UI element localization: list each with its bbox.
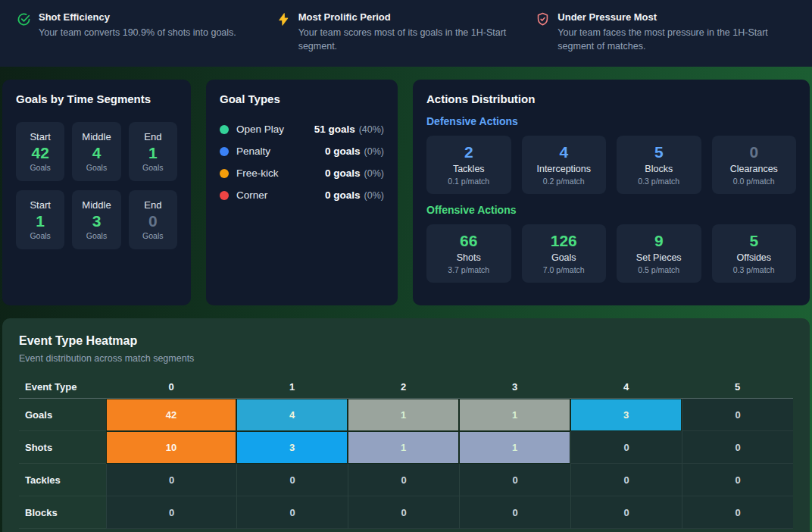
heatmap-cell: 0 [236, 496, 348, 529]
heatmap-cell: 42 [106, 399, 236, 431]
segment-caption: Goals [30, 163, 50, 172]
action-tile: 126 Goals 7.0 p/match [522, 224, 607, 283]
heatmap-column-header: 5 [682, 381, 793, 393]
action-caption: 0.0 p/match [717, 177, 792, 186]
actions-distribution-card: Actions Distribution Defensive Actions 2… [413, 80, 810, 305]
heatmap-cell: 4 [236, 399, 348, 431]
segment-tile: Middle 4 Goals [72, 122, 120, 181]
segment-label: End [144, 199, 161, 211]
heatmap-column-header: 0 [106, 381, 236, 393]
heatmap-corner-label: Event Type [19, 381, 106, 393]
action-label: Blocks [621, 164, 697, 174]
heatmap-row-label: Shots [19, 431, 106, 464]
heatmap-cell: 0 [682, 496, 793, 529]
segment-tile: Start 1 Goals [16, 190, 64, 249]
segment-tile: Start 42 Goals [16, 122, 64, 181]
insight-shot-efficiency: Shot Efficiency Your team converts 190.9… [17, 11, 276, 67]
action-value: 5 [621, 143, 697, 161]
card-title: Actions Distribution [426, 92, 796, 105]
action-value: 5 [717, 232, 792, 250]
segment-caption: Goals [30, 231, 50, 240]
insight-title: Most Prolific Period [298, 11, 523, 23]
segment-value: 0 [148, 212, 158, 230]
action-caption: 0.5 p/match [621, 265, 697, 274]
action-value: 2 [431, 143, 507, 161]
segment-tile: Middle 3 Goals [72, 190, 120, 249]
heatmap-header-row: Event Type 0 1 2 3 4 5 [19, 375, 793, 399]
action-value: 9 [621, 232, 697, 250]
heatmap-row-label: Tackles [19, 464, 106, 496]
heatmap-cell: 1 [459, 399, 570, 431]
legend-dot-icon [220, 169, 229, 178]
segment-label: Middle [82, 131, 111, 142]
action-value: 0 [717, 143, 792, 161]
goal-type-label: Open Play [236, 124, 284, 135]
heatmap-cell: 0 [682, 431, 793, 464]
heatmap-cell: 0 [459, 464, 570, 496]
segment-label: Middle [82, 199, 111, 211]
action-label: Interceptions [526, 164, 602, 174]
goal-type-value: 0 goals [325, 189, 361, 201]
insight-title: Shot Efficiency [39, 11, 236, 23]
goal-type-row: Free-kick 0 goals(0%) [220, 167, 384, 179]
defensive-actions-heading: Defensive Actions [426, 115, 796, 127]
goal-type-row: Corner 0 goals(0%) [220, 189, 384, 201]
heatmap-row-label: Blocks [19, 496, 106, 529]
circle-check-icon [17, 12, 31, 27]
heatmap-cell: 10 [106, 431, 236, 464]
heatmap-cell: 0 [348, 464, 459, 496]
action-tile: 5 Blocks 0.3 p/match [617, 136, 701, 194]
legend-dot-icon [220, 125, 229, 134]
insight-most-prolific-period: Most Prolific Period Your team scores mo… [276, 11, 536, 67]
segment-value: 4 [92, 144, 102, 161]
segment-label: Start [30, 131, 50, 142]
goal-type-value: 0 goals [325, 146, 361, 157]
offensive-actions-heading: Offensive Actions [426, 204, 796, 216]
heatmap-cell: 0 [106, 464, 236, 496]
heatmap-cell: 0 [570, 431, 682, 464]
heatmap-row-blocks: Blocks 0 0 0 0 0 0 [19, 496, 793, 529]
heatmap-cell: 0 [682, 399, 793, 431]
heatmap-row-label: Goals [19, 399, 106, 431]
heatmap-subtitle: Event distribution across match segments [19, 353, 793, 364]
action-label: Clearances [717, 164, 792, 174]
heatmap-cell: 0 [682, 464, 793, 496]
action-label: Set Pieces [621, 252, 697, 263]
heatmap-cell: 0 [236, 464, 348, 496]
goal-type-label: Penalty [236, 146, 270, 157]
heatmap-column-header: 3 [459, 381, 570, 393]
action-tile: 5 Offsides 0.3 p/match [712, 224, 797, 283]
heatmap-row-shots: Shots 10 3 1 1 0 0 [19, 431, 793, 464]
action-tile: 9 Set Pieces 0.5 p/match [617, 224, 701, 283]
heatmap-table: Event Type 0 1 2 3 4 5 Goals 42 4 1 1 3 … [19, 375, 793, 529]
action-value: 66 [431, 232, 507, 250]
lightning-icon [276, 12, 291, 27]
action-caption: 7.0 p/match [526, 265, 602, 274]
action-label: Shots [431, 252, 507, 263]
action-tile: 66 Shots 3.7 p/match [426, 224, 511, 283]
heatmap-cell: 0 [106, 496, 236, 529]
goal-type-row: Penalty 0 goals(0%) [220, 146, 384, 157]
heatmap-column-header: 2 [348, 381, 459, 393]
action-caption: 0.3 p/match [717, 265, 792, 274]
heatmap-row-goals: Goals 42 4 1 1 3 0 [19, 399, 793, 431]
insight-description: Your team converts 190.9% of shots into … [39, 26, 236, 39]
heatmap-cell: 1 [459, 431, 570, 464]
heatmap-cell: 3 [570, 399, 682, 431]
action-tile: 2 Tackles 0.1 p/match [426, 136, 511, 194]
goal-type-percent: (0%) [364, 190, 384, 201]
heatmap-cell: 3 [236, 431, 348, 464]
action-value: 4 [526, 143, 602, 161]
legend-dot-icon [220, 191, 229, 200]
legend-dot-icon [220, 147, 229, 156]
action-tile: 4 Interceptions 0.2 p/match [522, 136, 607, 194]
action-label: Tackles [431, 164, 507, 174]
offensive-actions-grid: 66 Shots 3.7 p/match 126 Goals 7.0 p/mat… [426, 224, 796, 283]
goal-types-list: Open Play 51 goals(40%) Penalty 0 goals(… [220, 124, 384, 201]
shield-check-icon [536, 12, 550, 27]
event-type-heatmap-panel: Event Type Heatmap Event distribution ac… [2, 318, 810, 532]
insight-description: Your team scores most of its goals in th… [298, 26, 523, 53]
action-caption: 0.3 p/match [621, 177, 697, 186]
segment-caption: Goals [142, 163, 163, 172]
insight-title: Under Pressure Most [557, 11, 782, 23]
